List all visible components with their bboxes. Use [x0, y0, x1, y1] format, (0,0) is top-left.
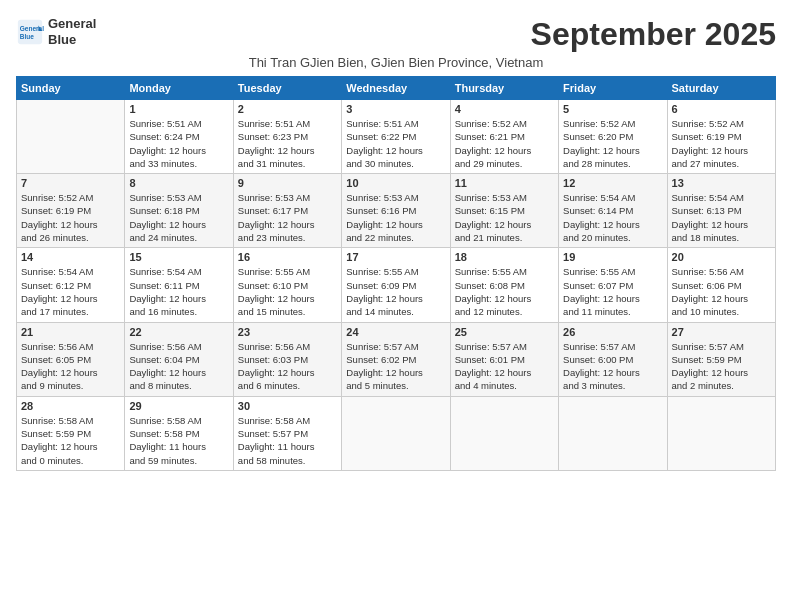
day-number: 9 [238, 177, 337, 189]
calendar-cell: 5Sunrise: 5:52 AM Sunset: 6:20 PM Daylig… [559, 100, 667, 174]
weekday-header: Tuesday [233, 77, 341, 100]
calendar-week-row: 21Sunrise: 5:56 AM Sunset: 6:05 PM Dayli… [17, 322, 776, 396]
day-info: Sunrise: 5:56 AM Sunset: 6:03 PM Dayligh… [238, 340, 337, 393]
day-info: Sunrise: 5:58 AM Sunset: 5:57 PM Dayligh… [238, 414, 337, 467]
day-info: Sunrise: 5:54 AM Sunset: 6:11 PM Dayligh… [129, 265, 228, 318]
day-number: 13 [672, 177, 771, 189]
calendar-cell: 21Sunrise: 5:56 AM Sunset: 6:05 PM Dayli… [17, 322, 125, 396]
calendar-cell: 14Sunrise: 5:54 AM Sunset: 6:12 PM Dayli… [17, 248, 125, 322]
day-number: 7 [21, 177, 120, 189]
day-number: 10 [346, 177, 445, 189]
logo-text: General Blue [48, 16, 96, 47]
day-number: 28 [21, 400, 120, 412]
day-number: 25 [455, 326, 554, 338]
day-info: Sunrise: 5:56 AM Sunset: 6:06 PM Dayligh… [672, 265, 771, 318]
day-info: Sunrise: 5:52 AM Sunset: 6:21 PM Dayligh… [455, 117, 554, 170]
day-number: 26 [563, 326, 662, 338]
day-info: Sunrise: 5:58 AM Sunset: 5:59 PM Dayligh… [21, 414, 120, 467]
calendar-week-row: 14Sunrise: 5:54 AM Sunset: 6:12 PM Dayli… [17, 248, 776, 322]
calendar-cell: 11Sunrise: 5:53 AM Sunset: 6:15 PM Dayli… [450, 174, 558, 248]
day-info: Sunrise: 5:53 AM Sunset: 6:16 PM Dayligh… [346, 191, 445, 244]
day-info: Sunrise: 5:54 AM Sunset: 6:13 PM Dayligh… [672, 191, 771, 244]
day-info: Sunrise: 5:54 AM Sunset: 6:12 PM Dayligh… [21, 265, 120, 318]
day-number: 30 [238, 400, 337, 412]
calendar-cell: 30Sunrise: 5:58 AM Sunset: 5:57 PM Dayli… [233, 396, 341, 470]
day-info: Sunrise: 5:57 AM Sunset: 6:02 PM Dayligh… [346, 340, 445, 393]
calendar-cell: 19Sunrise: 5:55 AM Sunset: 6:07 PM Dayli… [559, 248, 667, 322]
svg-text:Blue: Blue [20, 32, 34, 39]
calendar-cell: 16Sunrise: 5:55 AM Sunset: 6:10 PM Dayli… [233, 248, 341, 322]
day-info: Sunrise: 5:53 AM Sunset: 6:15 PM Dayligh… [455, 191, 554, 244]
calendar-cell: 1Sunrise: 5:51 AM Sunset: 6:24 PM Daylig… [125, 100, 233, 174]
day-info: Sunrise: 5:54 AM Sunset: 6:14 PM Dayligh… [563, 191, 662, 244]
day-number: 11 [455, 177, 554, 189]
calendar-cell: 27Sunrise: 5:57 AM Sunset: 5:59 PM Dayli… [667, 322, 775, 396]
calendar-cell: 9Sunrise: 5:53 AM Sunset: 6:17 PM Daylig… [233, 174, 341, 248]
day-number: 24 [346, 326, 445, 338]
day-info: Sunrise: 5:53 AM Sunset: 6:17 PM Dayligh… [238, 191, 337, 244]
weekday-header-row: SundayMondayTuesdayWednesdayThursdayFrid… [17, 77, 776, 100]
calendar-cell [559, 396, 667, 470]
calendar-week-row: 7Sunrise: 5:52 AM Sunset: 6:19 PM Daylig… [17, 174, 776, 248]
weekday-header: Thursday [450, 77, 558, 100]
weekday-header: Monday [125, 77, 233, 100]
weekday-header: Saturday [667, 77, 775, 100]
page-header: General Blue General Blue September 2025 [16, 16, 776, 53]
day-number: 23 [238, 326, 337, 338]
day-info: Sunrise: 5:55 AM Sunset: 6:08 PM Dayligh… [455, 265, 554, 318]
calendar-cell: 6Sunrise: 5:52 AM Sunset: 6:19 PM Daylig… [667, 100, 775, 174]
calendar-cell: 13Sunrise: 5:54 AM Sunset: 6:13 PM Dayli… [667, 174, 775, 248]
day-info: Sunrise: 5:51 AM Sunset: 6:23 PM Dayligh… [238, 117, 337, 170]
subtitle: Thi Tran GJien Bien, GJien Bien Province… [16, 55, 776, 70]
day-number: 17 [346, 251, 445, 263]
day-number: 20 [672, 251, 771, 263]
day-info: Sunrise: 5:57 AM Sunset: 5:59 PM Dayligh… [672, 340, 771, 393]
calendar-cell: 25Sunrise: 5:57 AM Sunset: 6:01 PM Dayli… [450, 322, 558, 396]
calendar-cell: 12Sunrise: 5:54 AM Sunset: 6:14 PM Dayli… [559, 174, 667, 248]
calendar-week-row: 1Sunrise: 5:51 AM Sunset: 6:24 PM Daylig… [17, 100, 776, 174]
calendar-cell: 3Sunrise: 5:51 AM Sunset: 6:22 PM Daylig… [342, 100, 450, 174]
day-number: 2 [238, 103, 337, 115]
day-number: 1 [129, 103, 228, 115]
day-info: Sunrise: 5:55 AM Sunset: 6:09 PM Dayligh… [346, 265, 445, 318]
calendar-week-row: 28Sunrise: 5:58 AM Sunset: 5:59 PM Dayli… [17, 396, 776, 470]
day-info: Sunrise: 5:57 AM Sunset: 6:00 PM Dayligh… [563, 340, 662, 393]
calendar-cell: 20Sunrise: 5:56 AM Sunset: 6:06 PM Dayli… [667, 248, 775, 322]
calendar-cell: 10Sunrise: 5:53 AM Sunset: 6:16 PM Dayli… [342, 174, 450, 248]
day-info: Sunrise: 5:57 AM Sunset: 6:01 PM Dayligh… [455, 340, 554, 393]
day-number: 8 [129, 177, 228, 189]
calendar-cell: 26Sunrise: 5:57 AM Sunset: 6:00 PM Dayli… [559, 322, 667, 396]
day-number: 15 [129, 251, 228, 263]
day-number: 19 [563, 251, 662, 263]
calendar-cell: 7Sunrise: 5:52 AM Sunset: 6:19 PM Daylig… [17, 174, 125, 248]
day-info: Sunrise: 5:52 AM Sunset: 6:19 PM Dayligh… [21, 191, 120, 244]
weekday-header: Friday [559, 77, 667, 100]
calendar-cell: 18Sunrise: 5:55 AM Sunset: 6:08 PM Dayli… [450, 248, 558, 322]
month-title: September 2025 [531, 16, 776, 53]
weekday-header: Wednesday [342, 77, 450, 100]
day-info: Sunrise: 5:52 AM Sunset: 6:20 PM Dayligh… [563, 117, 662, 170]
calendar-cell: 4Sunrise: 5:52 AM Sunset: 6:21 PM Daylig… [450, 100, 558, 174]
calendar-cell [667, 396, 775, 470]
calendar-cell [17, 100, 125, 174]
calendar-cell: 24Sunrise: 5:57 AM Sunset: 6:02 PM Dayli… [342, 322, 450, 396]
day-number: 6 [672, 103, 771, 115]
logo: General Blue General Blue [16, 16, 96, 47]
calendar-cell: 23Sunrise: 5:56 AM Sunset: 6:03 PM Dayli… [233, 322, 341, 396]
day-number: 29 [129, 400, 228, 412]
calendar-cell [342, 396, 450, 470]
day-info: Sunrise: 5:53 AM Sunset: 6:18 PM Dayligh… [129, 191, 228, 244]
day-info: Sunrise: 5:58 AM Sunset: 5:58 PM Dayligh… [129, 414, 228, 467]
day-info: Sunrise: 5:51 AM Sunset: 6:22 PM Dayligh… [346, 117, 445, 170]
calendar-cell: 22Sunrise: 5:56 AM Sunset: 6:04 PM Dayli… [125, 322, 233, 396]
day-number: 14 [21, 251, 120, 263]
calendar-cell: 8Sunrise: 5:53 AM Sunset: 6:18 PM Daylig… [125, 174, 233, 248]
day-number: 12 [563, 177, 662, 189]
day-info: Sunrise: 5:56 AM Sunset: 6:04 PM Dayligh… [129, 340, 228, 393]
day-info: Sunrise: 5:52 AM Sunset: 6:19 PM Dayligh… [672, 117, 771, 170]
day-info: Sunrise: 5:56 AM Sunset: 6:05 PM Dayligh… [21, 340, 120, 393]
day-number: 4 [455, 103, 554, 115]
calendar-cell: 17Sunrise: 5:55 AM Sunset: 6:09 PM Dayli… [342, 248, 450, 322]
weekday-header: Sunday [17, 77, 125, 100]
day-info: Sunrise: 5:51 AM Sunset: 6:24 PM Dayligh… [129, 117, 228, 170]
